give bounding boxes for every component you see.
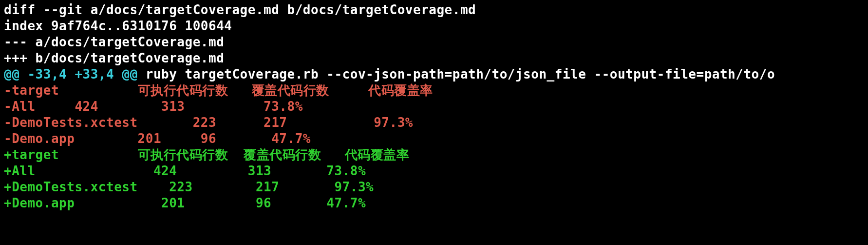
added-line: +Demo.app 201 96 47.7% bbox=[4, 196, 366, 210]
removed-line: -DemoTests.xctest 223 217 97.3% bbox=[4, 115, 413, 130]
removed-line: -Demo.app 201 96 47.7% bbox=[4, 131, 311, 146]
git-diff-output: diff --git a/docs/targetCoverage.md b/do… bbox=[0, 0, 868, 213]
diff-old-file: --- a/docs/targetCoverage.md bbox=[4, 35, 224, 49]
added-line: +target 可执行代码行数 覆盖代码行数 代码覆盖率 bbox=[4, 147, 409, 162]
hunk-context: ruby targetCoverage.rb --cov-json-path=p… bbox=[138, 67, 775, 82]
added-line: +DemoTests.xctest 223 217 97.3% bbox=[4, 180, 374, 194]
removed-line: -All 424 313 73.8% bbox=[4, 99, 303, 114]
removed-line: -target 可执行代码行数 覆盖代码行数 代码覆盖率 bbox=[4, 83, 433, 98]
diff-new-file: +++ b/docs/targetCoverage.md bbox=[4, 51, 224, 65]
diff-cmd-line: diff --git a/docs/targetCoverage.md b/do… bbox=[4, 2, 476, 17]
added-line: +All 424 313 73.8% bbox=[4, 163, 366, 178]
diff-index-line: index 9af764c..6310176 100644 bbox=[4, 19, 232, 33]
hunk-range: @@ -33,4 +33,4 @@ bbox=[4, 67, 138, 82]
